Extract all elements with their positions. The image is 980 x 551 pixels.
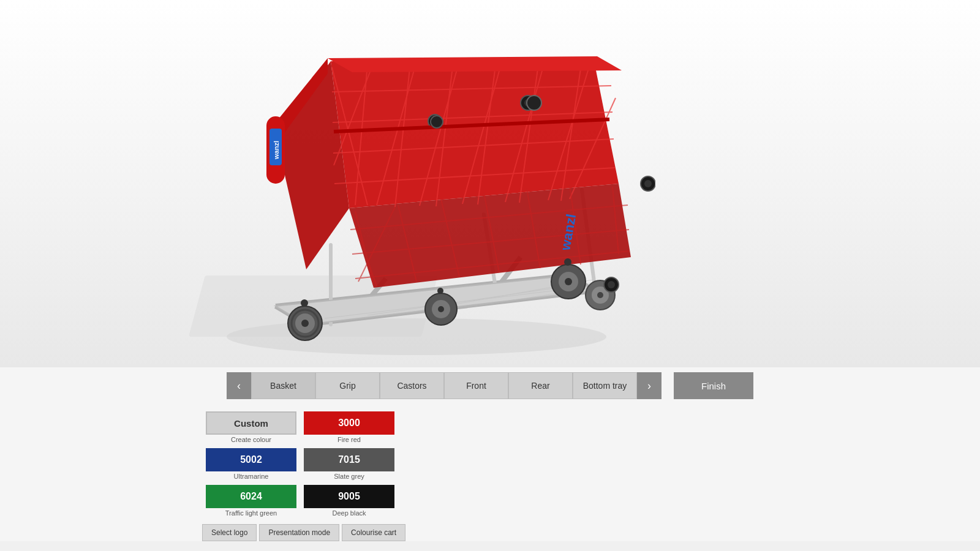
color-grid: Custom Create colour 3000 Fire red 5002 … <box>202 409 404 519</box>
colourise-cart-button[interactable]: Colourise cart <box>342 524 405 541</box>
color-label-7015: Slate grey <box>334 473 364 480</box>
svg-point-62 <box>437 288 443 294</box>
color-label-3000: Fire red <box>337 436 361 443</box>
svg-point-54 <box>438 306 444 312</box>
color-swatch-6024[interactable]: 6024 <box>206 485 296 508</box>
color-cell-7015: 7015 Slate grey <box>304 448 394 480</box>
color-label-6024: Traffic light green <box>225 509 277 517</box>
color-swatch-3000[interactable]: 3000 <box>304 411 394 435</box>
color-cell-custom: Custom Create colour <box>206 411 296 443</box>
svg-point-50 <box>301 320 309 327</box>
color-label-9005: Deep black <box>332 509 366 517</box>
tab-rear[interactable]: Rear <box>508 372 573 399</box>
svg-text:wanzl: wanzl <box>273 141 280 160</box>
tab-bottom-tray[interactable]: Bottom tray <box>573 372 637 399</box>
tab-grip[interactable]: Grip <box>315 372 380 399</box>
color-swatch-5002[interactable]: 5002 <box>206 448 296 471</box>
color-label-5002: Ultramarine <box>234 473 269 480</box>
color-swatch-custom[interactable]: Custom <box>206 411 296 435</box>
tab-front[interactable]: Front <box>444 372 508 399</box>
svg-point-76 <box>431 116 443 128</box>
finish-button[interactable]: Finish <box>674 372 753 399</box>
color-cell-5002: 5002 Ultramarine <box>206 448 296 480</box>
svg-point-72 <box>608 281 615 288</box>
presentation-mode-button[interactable]: Presentation mode <box>259 524 339 541</box>
color-cell-9005: 9005 Deep black <box>304 485 394 517</box>
select-logo-button[interactable]: Select logo <box>202 524 257 541</box>
tab-basket[interactable]: Basket <box>251 372 315 399</box>
bottom-panel: ‹ Basket Grip Castors Front Rear Bottom … <box>0 367 980 541</box>
color-swatch-7015[interactable]: 7015 <box>304 448 394 471</box>
color-cell-3000: 3000 Fire red <box>304 411 394 443</box>
action-buttons: Select logo Presentation mode Colourise … <box>0 524 980 541</box>
svg-point-63 <box>564 258 571 266</box>
prev-arrow-button[interactable]: ‹ <box>227 372 251 399</box>
color-swatch-9005[interactable]: 9005 <box>304 485 394 508</box>
color-label-custom: Create colour <box>231 436 271 443</box>
cart-container: wanzl <box>153 12 655 361</box>
tab-castors[interactable]: Castors <box>380 372 444 399</box>
svg-rect-75 <box>527 96 541 110</box>
next-arrow-button[interactable]: › <box>637 372 662 399</box>
svg-point-70 <box>644 180 652 187</box>
svg-point-57 <box>565 278 572 285</box>
tabs-bar: ‹ Basket Grip Castors Front Rear Bottom … <box>0 367 980 404</box>
color-cell-6024: 6024 Traffic light green <box>206 485 296 517</box>
svg-point-60 <box>597 292 603 298</box>
canvas-area: wanzl <box>0 0 980 367</box>
svg-point-61 <box>301 299 308 307</box>
